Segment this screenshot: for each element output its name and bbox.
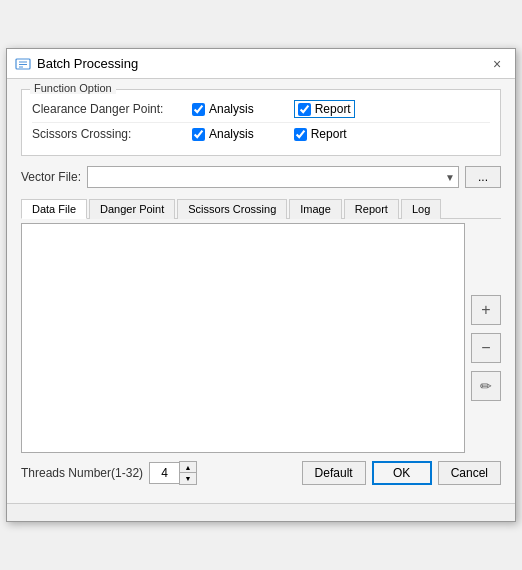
cancel-button[interactable]: Cancel [438,461,501,485]
tab-scissors-crossing[interactable]: Scissors Crossing [177,199,287,219]
scissors-report-label: Report [311,127,347,141]
tab-data-file[interactable]: Data File [21,199,87,219]
default-button[interactable]: Default [302,461,366,485]
tab-log[interactable]: Log [401,199,441,219]
threads-input[interactable] [149,462,179,484]
tab-bar: Data File Danger Point Scissors Crossing… [21,198,501,219]
close-button[interactable]: × [487,54,507,74]
vector-file-combo-wrapper: ▼ [87,166,459,188]
batch-processing-dialog: Batch Processing × Function Option Clear… [6,48,516,522]
tab-image[interactable]: Image [289,199,342,219]
clearance-analysis-checkbox[interactable] [192,103,205,116]
tab-report[interactable]: Report [344,199,399,219]
tab-danger-point[interactable]: Danger Point [89,199,175,219]
clearance-report-checkbox[interactable] [298,103,311,116]
side-buttons: + − ✏ [471,223,501,453]
vector-file-label: Vector File: [21,170,81,184]
scissors-report-check[interactable]: Report [294,127,347,141]
scissors-check-group: Analysis Report [192,127,347,141]
clearance-danger-point-row: Clearance Danger Point: Analysis Report [32,96,490,123]
browse-button[interactable]: ... [465,166,501,188]
ok-button[interactable]: OK [372,461,432,485]
dialog-body: Function Option Clearance Danger Point: … [7,79,515,503]
function-option-section: Function Option Clearance Danger Point: … [21,89,501,156]
threads-down-button[interactable]: ▼ [180,473,196,484]
add-button[interactable]: + [471,295,501,325]
scissors-report-checkbox[interactable] [294,128,307,141]
title-bar-left: Batch Processing [15,56,138,72]
scissors-analysis-checkbox[interactable] [192,128,205,141]
scissors-crossing-label: Scissors Crossing: [32,127,192,141]
app-icon [15,56,31,72]
content-area: + − ✏ [21,223,501,453]
clearance-report-check[interactable]: Report [294,100,355,118]
vector-file-select[interactable] [87,166,459,188]
status-bar [7,503,515,521]
clearance-analysis-check[interactable]: Analysis [192,102,254,116]
clearance-check-group: Analysis Report [192,100,355,118]
clearance-danger-point-label: Clearance Danger Point: [32,102,192,116]
data-file-list[interactable] [21,223,465,453]
scissors-analysis-check[interactable]: Analysis [192,127,254,141]
threads-label: Threads Number(1-32) [21,466,143,480]
title-bar: Batch Processing × [7,49,515,79]
bottom-row: Threads Number(1-32) ▲ ▼ Default OK Canc… [21,461,501,485]
threads-input-group: ▲ ▼ [149,461,197,485]
remove-button[interactable]: − [471,333,501,363]
threads-up-button[interactable]: ▲ [180,462,196,473]
scissors-crossing-row: Scissors Crossing: Analysis Report [32,123,490,145]
dialog-title: Batch Processing [37,56,138,71]
edit-button[interactable]: ✏ [471,371,501,401]
scissors-analysis-label: Analysis [209,127,254,141]
clearance-report-label: Report [315,102,351,116]
clearance-analysis-label: Analysis [209,102,254,116]
tabs-area: Data File Danger Point Scissors Crossing… [21,198,501,219]
function-option-title: Function Option [30,82,116,94]
threads-spinner: ▲ ▼ [179,461,197,485]
action-buttons: Default OK Cancel [302,461,501,485]
vector-file-row: Vector File: ▼ ... [21,166,501,188]
